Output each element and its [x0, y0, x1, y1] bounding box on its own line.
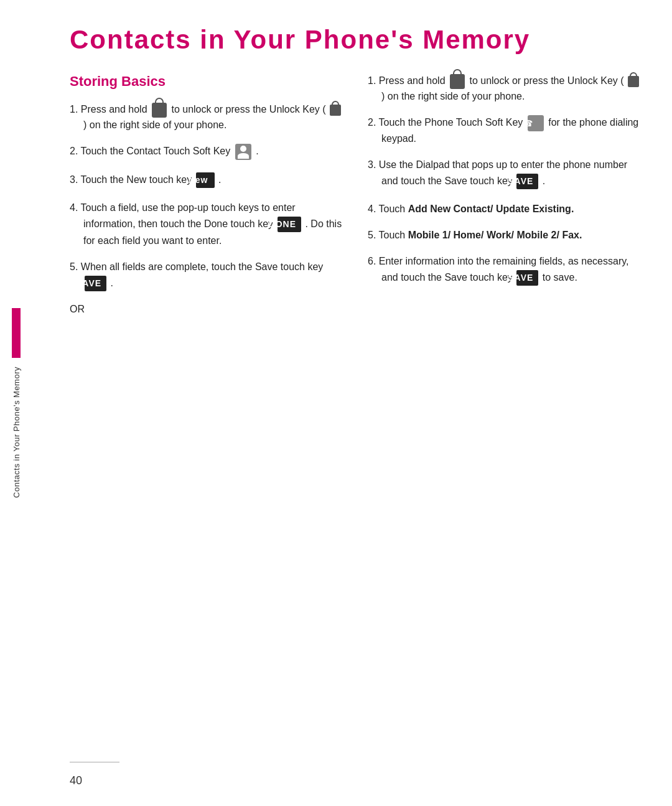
done-key-badge: DONE: [278, 217, 301, 232]
lock-small-icon-right: [628, 76, 639, 87]
save-key-badge-left-5: SAVE: [85, 276, 106, 291]
page-title: Contacts in Your Phone's Memory: [70, 25, 641, 55]
or-text: OR: [70, 304, 343, 315]
step-number: 2.: [368, 117, 379, 128]
step-left-2: 2. Touch the Contact Touch Soft Key .: [70, 144, 343, 160]
step-number: 1.: [368, 75, 379, 86]
step-number: 2.: [70, 146, 81, 156]
step-right-4: 4. Touch Add New Contact/ Update Existin…: [368, 202, 641, 217]
main-content: Contacts in Your Phone's Memory Storing …: [32, 0, 672, 806]
step-number: 5.: [70, 261, 81, 272]
step-number: 3.: [70, 174, 81, 185]
step-left-1: 1. Press and hold to unlock or press the…: [70, 102, 343, 133]
step-right-1: 1. Press and hold to unlock or press the…: [368, 73, 641, 104]
left-column: Storing Basics 1. Press and hold to unlo…: [70, 73, 343, 315]
save-key-badge-right-6: SAVE: [516, 270, 538, 286]
section-heading: Storing Basics: [70, 73, 343, 90]
bottom-rule: [70, 762, 119, 762]
columns-container: Storing Basics 1. Press and hold to unlo…: [70, 73, 641, 315]
step-number: 4.: [368, 204, 379, 214]
step-right-2: 2. Touch the Phone Touch Soft Key for th…: [368, 115, 641, 146]
contact-icon: [235, 144, 251, 160]
step-number: 3.: [368, 159, 379, 170]
step-left-3: 3. Touch the New touch key New .: [70, 171, 343, 189]
step-right-5: 5. Touch Mobile 1/ Home/ Work/ Mobile 2/…: [368, 228, 641, 243]
step-right-6: 6. Enter information into the remaining …: [368, 254, 641, 287]
phone-icon: [528, 115, 544, 131]
step-left-5: 5. When all fields are complete, touch t…: [70, 260, 343, 293]
right-column: 1. Press and hold to unlock or press the…: [368, 73, 641, 315]
step-number: 5.: [368, 230, 379, 240]
page-number: 40: [70, 774, 82, 787]
lock-small-icon: [330, 105, 341, 116]
bold-text-4: Add New Contact/ Update Existing.: [408, 204, 574, 214]
save-key-badge-right-3: SAVE: [516, 174, 538, 189]
sidebar: Contacts in Your Phone's Memory: [0, 0, 32, 806]
step-number: 1.: [70, 104, 81, 115]
step-number: 4.: [70, 202, 81, 213]
sidebar-label: Contacts in Your Phone's Memory: [12, 367, 21, 498]
bold-text-5: Mobile 1/ Home/ Work/ Mobile 2/ Fax.: [408, 230, 582, 240]
new-key-badge: New: [196, 172, 215, 188]
step-number: 6.: [368, 256, 379, 266]
step-right-3: 3. Use the Dialpad that pops up to enter…: [368, 157, 641, 190]
step-left-4: 4. Touch a field, use the pop-up touch k…: [70, 200, 343, 248]
lock-icon: [152, 103, 167, 118]
sidebar-tab: [12, 308, 21, 358]
lock-icon-right: [450, 74, 465, 89]
